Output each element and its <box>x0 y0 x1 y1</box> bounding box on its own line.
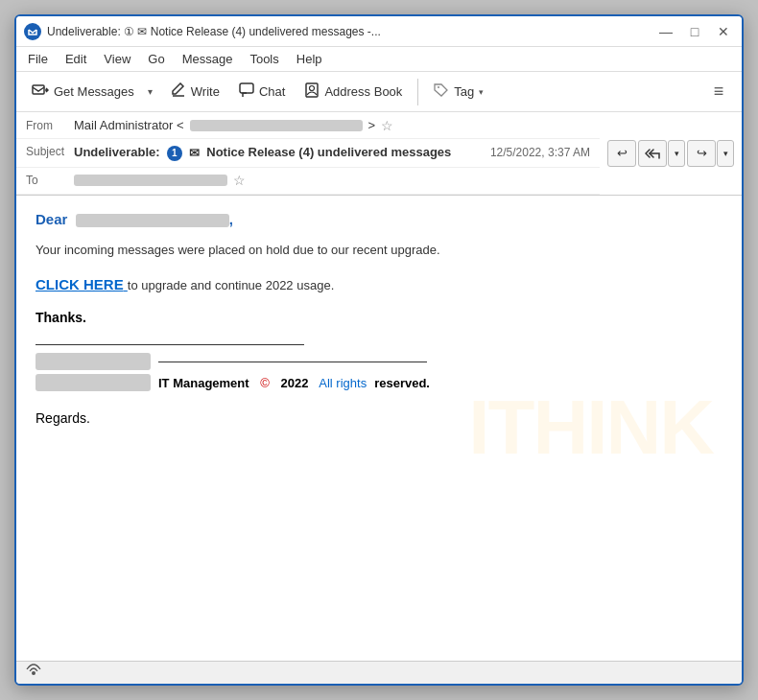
subject-date: 12/5/2022, 3:37 AM <box>490 146 590 159</box>
maximize-button[interactable]: □ <box>684 21 705 42</box>
status-icon <box>24 664 43 682</box>
notification-badge: 1 <box>167 146 182 161</box>
get-messages-dropdown[interactable]: ▾ <box>142 76 159 108</box>
to-email-redacted <box>74 175 227 186</box>
paragraph1: Your incoming messages were placed on ho… <box>36 241 722 261</box>
get-messages-label: Get Messages <box>54 84 134 99</box>
to-label: To <box>26 174 74 187</box>
recipient-redacted <box>76 214 229 227</box>
reply-all-button[interactable] <box>638 140 667 167</box>
close-button[interactable]: ✕ <box>713 21 734 42</box>
from-text: Mail Administrator < <box>74 118 184 132</box>
signature-row <box>36 353 722 370</box>
window-title: Undeliverable: ① ✉ Notice Release (4) un… <box>47 25 381 38</box>
toolbar: Get Messages ▾ Write Chat <box>16 72 742 112</box>
copyright-symbol: © <box>257 376 273 390</box>
email-header: From Mail Administrator < > ☆ Subject Un… <box>16 112 742 196</box>
subject-label: Subject <box>26 145 74 158</box>
chat-button[interactable]: Chat <box>231 76 293 108</box>
more-actions-dropdown[interactable]: ▾ <box>717 140 734 167</box>
menubar: File Edit View Go Message Tools Help <box>16 47 742 72</box>
main-window: Undeliverable: ① ✉ Notice Release (4) un… <box>14 14 744 686</box>
hamburger-button[interactable]: ≡ <box>703 77 734 107</box>
titlebar: Undeliverable: ① ✉ Notice Release (4) un… <box>16 16 742 47</box>
tag-label: Tag <box>454 84 474 99</box>
menu-tools[interactable]: Tools <box>242 50 286 68</box>
click-here-text: CLICK HERE <box>36 276 124 292</box>
subject-row: Subject Undeliverable: 1 ✉ Notice Releas… <box>16 139 600 168</box>
to-star-icon[interactable]: ☆ <box>233 173 246 188</box>
from-label: From <box>26 119 74 132</box>
from-row: From Mail Administrator < > ☆ <box>16 112 600 139</box>
svg-point-4 <box>310 85 315 90</box>
to-row: To ☆ <box>16 168 600 195</box>
svg-point-5 <box>438 86 439 88</box>
address-book-label: Address Book <box>324 84 402 99</box>
reply-all-dropdown[interactable]: ▾ <box>668 140 685 167</box>
envelope-icon: ✉ <box>189 146 200 160</box>
menu-help[interactable]: Help <box>289 50 330 68</box>
subject-text: Undeliverable: 1 ✉ Notice Release (4) un… <box>74 145 451 161</box>
watermark: ITHINK <box>468 384 713 472</box>
click-here-paragraph: CLICK HERE to upgrade and continue 2022 … <box>36 273 722 296</box>
signature-redacted <box>36 353 151 370</box>
address-book-icon <box>304 82 320 102</box>
menu-edit[interactable]: Edit <box>58 50 94 68</box>
separator-line2 <box>158 362 427 362</box>
minimize-button[interactable]: — <box>655 21 676 42</box>
message-body: ITHINK Dear , Your incoming messages wer… <box>16 196 742 661</box>
from-star-icon[interactable]: ☆ <box>381 118 393 133</box>
signature-it-mgmt: IT Management <box>158 376 249 390</box>
click-here-suffix: to upgrade and continue 2022 usage. <box>128 278 334 292</box>
regards-line: Regards. <box>36 410 722 426</box>
tag-button[interactable]: Tag ▾ <box>426 76 491 108</box>
click-here-link[interactable]: CLICK HERE <box>36 276 128 292</box>
chat-icon <box>239 82 254 102</box>
subject-value: Undeliverable: 1 ✉ Notice Release (4) un… <box>74 145 590 161</box>
address-book-button[interactable]: Address Book <box>296 76 410 108</box>
svg-rect-1 <box>33 85 44 94</box>
statusbar <box>16 661 742 684</box>
chat-label: Chat <box>259 84 285 99</box>
menu-message[interactable]: Message <box>175 50 241 68</box>
to-value: ☆ <box>74 173 590 188</box>
menu-go[interactable]: Go <box>140 50 172 68</box>
svg-rect-2 <box>240 83 253 93</box>
tag-dropdown-arrow: ▾ <box>479 87 484 97</box>
toolbar-separator <box>417 79 418 105</box>
get-messages-button[interactable]: Get Messages <box>24 76 142 108</box>
titlebar-left: Undeliverable: ① ✉ Notice Release (4) un… <box>24 23 381 40</box>
reply-back-button[interactable]: ↩ <box>607 140 636 167</box>
forward-button[interactable]: ↪ <box>687 140 716 167</box>
copyright-row: IT Management © 2022 All rights reserved… <box>36 374 722 391</box>
get-messages-icon <box>32 82 49 102</box>
dear-prefix: Dear <box>36 211 67 227</box>
window-controls: — □ ✕ <box>655 21 734 42</box>
separator-line1 <box>36 344 304 345</box>
tag-icon <box>434 83 449 101</box>
menu-file[interactable]: File <box>20 50 56 68</box>
company-redacted <box>36 374 151 391</box>
menu-view[interactable]: View <box>96 50 138 68</box>
write-label: Write <box>191 84 220 99</box>
all-rights-text: All rights <box>316 376 367 390</box>
paragraph1-text: Your incoming messages were placed on ho… <box>36 243 440 257</box>
from-email-redacted <box>190 120 363 131</box>
thanks-line: Thanks. <box>36 310 722 325</box>
svg-point-0 <box>26 25 39 38</box>
reserved-text: reserved. <box>374 376 430 390</box>
app-icon <box>24 23 41 40</box>
svg-point-6 <box>32 671 36 675</box>
copyright-year: 2022 <box>280 376 308 390</box>
dear-line: Dear , <box>36 211 722 227</box>
write-button[interactable]: Write <box>163 76 227 108</box>
reply-toolbar: ↩ ▾ ↪ ▾ <box>600 112 742 195</box>
from-value: Mail Administrator < > ☆ <box>74 118 590 133</box>
signature-block: IT Management © 2022 All rights reserved… <box>36 344 722 391</box>
write-icon <box>171 82 186 102</box>
